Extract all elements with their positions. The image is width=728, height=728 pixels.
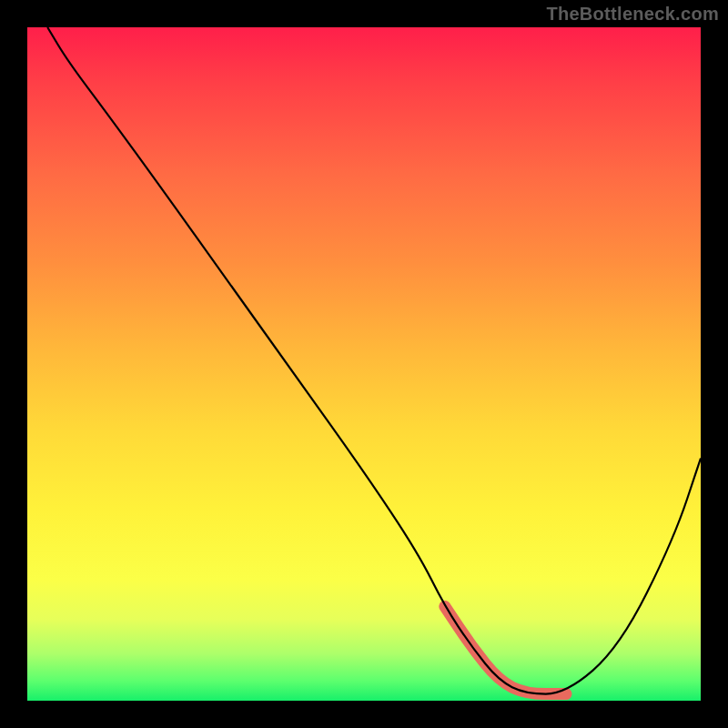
chart-frame: TheBottleneck.com: [0, 0, 728, 728]
plot-area: [27, 27, 701, 701]
watermark-text: TheBottleneck.com: [546, 4, 719, 25]
curve-svg: [27, 27, 701, 701]
bottleneck-curve: [47, 27, 701, 694]
trough-accent: [445, 606, 566, 693]
